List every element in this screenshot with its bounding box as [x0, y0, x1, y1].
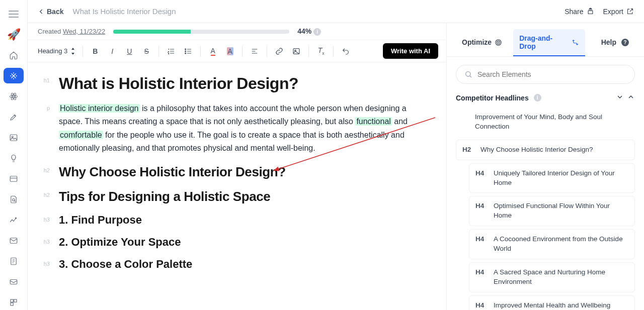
ordered-list-button[interactable]	[164, 44, 178, 58]
separator	[83, 46, 83, 57]
menu-toggle-icon[interactable]	[4, 6, 24, 22]
heading-select-label: Heading 3	[38, 47, 67, 55]
share-button[interactable]: Share	[565, 8, 594, 16]
tab-drag-drop[interactable]: Drag-and-Drop	[513, 29, 585, 56]
nav-docsearch-icon[interactable]	[4, 191, 24, 207]
svg-point-22	[497, 41, 500, 44]
search-icon	[464, 70, 472, 78]
bold-button[interactable]: B	[88, 44, 102, 58]
term-highlight: Holistic interior design	[59, 104, 140, 113]
headline-level: H4	[475, 169, 488, 178]
tag-h3: h3	[38, 214, 50, 227]
tag-h3: h3	[38, 236, 50, 249]
tag-h2: h2	[38, 164, 50, 180]
headline-item[interactable]: H4A Sacred Space and Nurturing Home Envi…	[469, 262, 635, 292]
tag-h1: h1	[38, 74, 50, 93]
svg-point-21	[496, 39, 501, 45]
doc-h3[interactable]: 3. Choose a Color Palette	[59, 258, 192, 271]
headline-item[interactable]: H4A Cocooned Environment from the Outsid…	[469, 229, 635, 259]
svg-rect-13	[14, 299, 17, 302]
nav-home-icon[interactable]	[4, 47, 24, 63]
headline-list: Improvement of Your Mind, Body and Soul …	[456, 108, 635, 310]
chevron-down-icon[interactable]	[616, 93, 624, 102]
svg-point-17	[185, 53, 186, 54]
export-button[interactable]: Export	[603, 8, 634, 16]
headline-level: H4	[475, 201, 488, 211]
doc-h3[interactable]: 2. Optimize Your Space	[59, 236, 181, 249]
heading-select[interactable]: Heading 3	[36, 47, 77, 55]
separator	[333, 46, 334, 57]
toolbar: Heading 3 B I U S A A	[28, 40, 446, 62]
tab-optimize[interactable]: Optimize	[456, 33, 508, 52]
nav-analytics-icon[interactable]	[4, 212, 24, 228]
link-button[interactable]	[272, 44, 286, 58]
svg-point-23	[498, 42, 499, 42]
search-input[interactable]	[477, 70, 626, 78]
svg-rect-11	[10, 279, 17, 284]
share-icon	[587, 8, 594, 15]
nav-image-icon[interactable]	[4, 130, 24, 145]
info-icon[interactable]: i	[534, 94, 541, 101]
progress-fill	[113, 30, 191, 34]
headline-item[interactable]: H4Improved Mental Health and Wellbeing	[469, 295, 635, 310]
target-icon	[495, 39, 502, 46]
strike-button[interactable]: S	[139, 44, 153, 58]
back-button[interactable]: Back	[38, 8, 63, 16]
nav-editor-icon[interactable]	[4, 68, 24, 83]
doc-h2[interactable]: Why Choose Holistic Interior Design?	[59, 164, 286, 180]
svg-rect-12	[11, 299, 13, 302]
separator	[158, 46, 159, 57]
doc-h1[interactable]: What is Holistic Interior Design?	[59, 74, 298, 93]
headline-item[interactable]: Improvement of Your Mind, Body and Soul …	[469, 108, 635, 137]
write-ai-button[interactable]: Write with AI	[383, 43, 438, 59]
doc-h3[interactable]: 1. Find Purpose	[59, 214, 142, 227]
nav-write-icon[interactable]	[4, 109, 24, 125]
doc-paragraph[interactable]: Holistic interior design is a philosophy…	[59, 102, 411, 155]
headline-text: Improvement of Your Mind, Body and Soul …	[475, 113, 629, 132]
document-body[interactable]: h1 What is Holistic Interior Design? p H…	[28, 62, 446, 310]
nav-atom-icon[interactable]	[4, 88, 24, 104]
svg-point-1	[10, 95, 18, 98]
text-color-button[interactable]: A	[206, 44, 220, 58]
svg-rect-14	[11, 302, 13, 305]
undo-button[interactable]	[339, 44, 353, 58]
external-link-icon	[626, 8, 634, 15]
underline-button[interactable]: U	[122, 44, 136, 58]
highlight-button[interactable]: A	[223, 44, 237, 58]
nav-mail-icon[interactable]	[4, 233, 24, 248]
help-icon: ?	[621, 39, 629, 46]
nav-extra-icon[interactable]	[4, 294, 24, 310]
nav-card-icon[interactable]	[4, 171, 24, 186]
created-date[interactable]: Wed, 11/23/22	[63, 28, 105, 35]
separator	[242, 46, 243, 57]
headline-level: H4	[475, 268, 488, 277]
tab-help[interactable]: Help ?	[595, 33, 635, 52]
nav-send-icon[interactable]	[4, 274, 24, 289]
share-label: Share	[565, 8, 583, 16]
svg-point-16	[185, 51, 186, 52]
page-title: What Is Holistic Interior Design	[72, 7, 555, 16]
progress-pct-wrap: 44%i	[297, 27, 321, 36]
term-highlight: functional	[355, 117, 392, 126]
headline-text: Optimised Functional Flow Within Your Ho…	[494, 201, 628, 221]
meta-row: Created Wed, 11/23/22 44%i	[28, 23, 446, 40]
nav-report-icon[interactable]	[4, 253, 24, 269]
svg-point-0	[13, 95, 15, 97]
align-button[interactable]	[248, 44, 262, 58]
search-elements[interactable]	[456, 65, 635, 84]
headline-item[interactable]: H2Why Choose Holistic Interior Design?	[456, 140, 635, 160]
headline-item[interactable]: H4Uniquely Tailored Interior Design of Y…	[469, 163, 635, 193]
logo-rocket-icon[interactable]: 🚀	[4, 27, 24, 42]
right-panel: Optimize Drag-and-Drop Help ?	[447, 23, 644, 310]
svg-rect-9	[10, 238, 17, 243]
headline-item[interactable]: H4Optimised Functional Flow Within Your …	[469, 196, 635, 226]
info-icon[interactable]: i	[313, 28, 321, 36]
clear-format-button[interactable]: Tx	[314, 44, 328, 58]
doc-h2[interactable]: Tips for Designing a Holistic Space	[59, 189, 270, 204]
svg-rect-6	[10, 176, 17, 181]
italic-button[interactable]: I	[105, 44, 119, 58]
image-button[interactable]	[289, 44, 303, 58]
chevron-up-icon[interactable]	[627, 93, 635, 102]
nav-bulb-icon[interactable]	[4, 150, 24, 166]
unordered-list-button[interactable]	[181, 44, 195, 58]
